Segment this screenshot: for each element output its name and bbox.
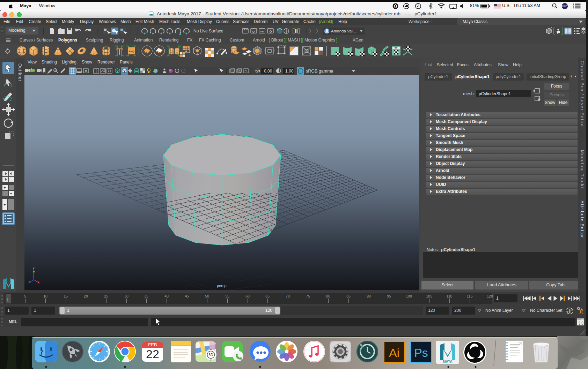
svg-text:3D: 3D <box>209 353 213 357</box>
svg-text:Ai: Ai <box>389 346 399 359</box>
svg-text:0.00: 0.00 <box>264 69 272 74</box>
svg-text:svg: svg <box>129 50 134 53</box>
svg-text:22: 22 <box>146 347 159 361</box>
svg-text:MB: MB <box>150 14 153 16</box>
svg-text:sRGB gamma: sRGB gamma <box>306 69 333 74</box>
svg-text:y: y <box>33 266 35 270</box>
svg-text:Amanda Val...: Amanda Val... <box>331 29 356 33</box>
svg-text:No Live Surface: No Live Surface <box>193 29 223 33</box>
svg-text:IPR: IPR <box>260 30 264 33</box>
svg-text:{;}: {;} <box>578 322 584 325</box>
svg-text:+: + <box>3 185 6 190</box>
svg-text:T: T <box>116 46 123 57</box>
svg-text:1.00: 1.00 <box>285 69 294 74</box>
svg-text:Ps: Ps <box>414 346 428 359</box>
svg-text:persp: persp <box>217 284 227 288</box>
svg-text:+: + <box>10 191 12 196</box>
svg-text:FEB: FEB <box>148 342 157 347</box>
svg-text:MAYA: MAYA <box>443 360 453 363</box>
svg-text:+: + <box>3 202 6 207</box>
